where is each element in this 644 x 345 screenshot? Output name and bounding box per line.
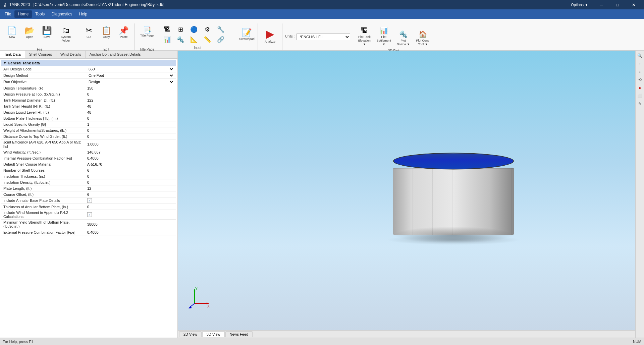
paste-button[interactable]: 📌 Paste: [116, 25, 132, 46]
tab-3d-view[interactable]: 3D View: [202, 331, 225, 337]
select-input[interactable]: 650620653: [87, 67, 174, 71]
text-input[interactable]: [87, 180, 174, 184]
text-input[interactable]: [87, 186, 174, 190]
row-value[interactable]: ✓: [85, 210, 176, 219]
scratchpad-button[interactable]: 📝 Scratchpad: [239, 27, 255, 48]
cut-button[interactable]: ✂ Cut: [81, 25, 97, 46]
row-value[interactable]: [85, 191, 176, 197]
row-value[interactable]: [85, 155, 176, 161]
sidebar-icon-7[interactable]: ✎: [636, 100, 644, 108]
sidebar-icon-3[interactable]: ↕: [636, 68, 644, 75]
row-value[interactable]: [85, 121, 176, 127]
row-value[interactable]: [85, 91, 176, 97]
menu-diagnostics[interactable]: Diagnostics: [48, 10, 75, 18]
close-button[interactable]: ✕: [626, 0, 641, 9]
menu-file[interactable]: File: [1, 10, 14, 18]
row-value[interactable]: [85, 103, 176, 109]
row-value[interactable]: ✓: [85, 197, 176, 204]
text-input[interactable]: [87, 116, 174, 120]
row-value[interactable]: [85, 179, 176, 185]
sidebar-icon-4[interactable]: ⟲: [636, 76, 644, 83]
maximize-button[interactable]: □: [610, 0, 625, 9]
plot-tank-elevation-button[interactable]: 🏗 Plot TankElevation ▼: [356, 25, 373, 48]
checkbox-input[interactable]: ✓: [87, 212, 92, 217]
tab-anchor-bolt[interactable]: Anchor Bolt and Gusset Details: [86, 51, 145, 58]
tab-tank-data[interactable]: Tank Data: [0, 51, 25, 58]
row-value[interactable]: [85, 204, 176, 210]
row-value[interactable]: DesignCheck: [85, 79, 176, 85]
input-btn-1[interactable]: 🏗: [161, 25, 173, 34]
options-button[interactable]: Options ▼: [571, 3, 588, 7]
input-btn-5[interactable]: 🔧: [214, 25, 227, 34]
text-input[interactable]: [87, 222, 174, 226]
row-value[interactable]: [85, 167, 176, 173]
copy-button[interactable]: 📋 Copy: [98, 25, 114, 46]
row-value[interactable]: [85, 97, 176, 103]
text-input[interactable]: [87, 230, 174, 234]
sidebar-icon-6[interactable]: ⬜: [636, 92, 644, 100]
plot-cone-roof-button[interactable]: 🏠 Plot ConeRoof ▼: [414, 28, 431, 48]
text-input[interactable]: [87, 86, 174, 90]
menu-home[interactable]: Home: [14, 10, 32, 18]
row-value[interactable]: 650620653: [85, 66, 176, 72]
text-input[interactable]: [87, 168, 174, 172]
open-button[interactable]: 📂 Open: [21, 25, 38, 46]
analyze-button[interactable]: ▶ Analyze: [261, 27, 279, 48]
input-btn-7[interactable]: 🔩: [174, 35, 187, 44]
menu-help[interactable]: Help: [75, 10, 91, 18]
tab-2d-view[interactable]: 2D View: [179, 331, 202, 337]
select-input[interactable]: DesignCheck: [87, 79, 174, 84]
system-folder-button[interactable]: 🗂 System Folder: [56, 25, 75, 46]
text-input[interactable]: [87, 174, 174, 178]
text-input[interactable]: [87, 128, 174, 132]
sidebar-icon-2[interactable]: ↑: [636, 60, 644, 67]
text-input[interactable]: [87, 192, 174, 196]
plot-nozzle-button[interactable]: 🔩 PlotNozzle ▼: [394, 28, 412, 48]
text-input[interactable]: [87, 122, 174, 126]
row-value[interactable]: [85, 149, 176, 155]
3d-viewport[interactable]: Y X: [178, 51, 635, 330]
tab-wind-details[interactable]: Wind Details: [56, 51, 86, 58]
menu-tools[interactable]: Tools: [32, 10, 48, 18]
row-value[interactable]: [85, 85, 176, 91]
input-btn-4[interactable]: ⚙: [201, 25, 214, 34]
select-input[interactable]: One FootVariable Design Point: [87, 73, 174, 78]
save-button[interactable]: 💾 Save: [39, 25, 55, 46]
text-input[interactable]: [87, 162, 174, 166]
row-value[interactable]: [85, 127, 176, 133]
sidebar-icon-5[interactable]: ●: [636, 84, 644, 92]
text-input[interactable]: [87, 134, 174, 138]
input-btn-8[interactable]: 📐: [187, 35, 200, 44]
text-input[interactable]: [87, 92, 174, 96]
checkbox-input[interactable]: ✓: [87, 198, 92, 203]
title-page-button[interactable]: 📑 Title Page: [138, 25, 156, 46]
text-input[interactable]: [87, 156, 174, 160]
units-select[interactable]: *ENGLISH.FIL METRIC.FIL SI.FIL: [297, 34, 350, 40]
input-btn-3[interactable]: 🔵: [187, 25, 200, 34]
input-btn-2[interactable]: ⊞: [174, 25, 187, 34]
row-value[interactable]: [85, 109, 176, 115]
row-value[interactable]: [85, 185, 176, 191]
text-input[interactable]: [87, 104, 174, 108]
tab-shell-courses[interactable]: Shell Courses: [25, 51, 56, 58]
text-input[interactable]: [87, 142, 174, 146]
row-value[interactable]: [85, 173, 176, 179]
input-btn-6[interactable]: 📊: [161, 35, 173, 44]
sidebar-icon-1[interactable]: 🔍: [636, 52, 644, 59]
text-input[interactable]: [87, 110, 174, 114]
row-value[interactable]: [85, 229, 176, 235]
input-btn-9[interactable]: 📏: [201, 35, 214, 44]
section-general-tank-data[interactable]: ▼ General Tank Data: [1, 60, 176, 66]
minimize-button[interactable]: ─: [594, 0, 609, 9]
text-input[interactable]: [87, 98, 174, 102]
text-input[interactable]: [87, 150, 174, 154]
row-value[interactable]: [85, 115, 176, 121]
row-value[interactable]: [85, 220, 176, 229]
row-value[interactable]: [85, 161, 176, 167]
plot-settlement-button[interactable]: 📊 PlotSettlement ▼: [375, 25, 392, 48]
text-input[interactable]: [87, 205, 174, 209]
row-value[interactable]: [85, 139, 176, 149]
row-value[interactable]: One FootVariable Design Point: [85, 72, 176, 78]
input-btn-10[interactable]: 🔗: [214, 35, 227, 44]
tab-news-feed[interactable]: News Feed: [225, 331, 253, 337]
